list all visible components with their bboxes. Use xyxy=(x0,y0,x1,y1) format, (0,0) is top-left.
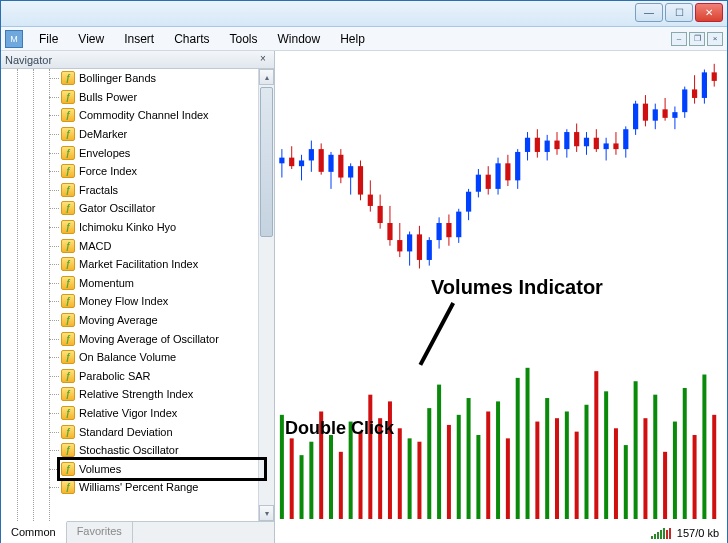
scroll-thumb[interactable] xyxy=(260,87,273,237)
navigator-close-button[interactable]: × xyxy=(256,53,270,67)
svg-rect-61 xyxy=(574,132,579,146)
indicator-item-relative-vigor-index[interactable]: ƒRelative Vigor Index xyxy=(1,404,258,423)
menu-tools[interactable]: Tools xyxy=(220,29,268,49)
indicator-icon: ƒ xyxy=(61,406,75,420)
indicator-item-williams-percent-range[interactable]: ƒWilliams' Percent Range xyxy=(1,478,258,497)
svg-rect-27 xyxy=(407,234,412,251)
indicator-icon: ƒ xyxy=(61,294,75,308)
indicator-item-parabolic-sar[interactable]: ƒParabolic SAR xyxy=(1,367,258,386)
navigator-tree: ƒBollinger BandsƒBulls PowerƒCommodity C… xyxy=(1,69,274,521)
menu-help[interactable]: Help xyxy=(330,29,375,49)
svg-rect-112 xyxy=(496,401,500,519)
app-icon: M xyxy=(5,30,23,48)
indicator-label: Commodity Channel Index xyxy=(79,109,209,121)
indicator-item-market-facilitation-index[interactable]: ƒMarket Facilitation Index xyxy=(1,255,258,274)
indicator-icon: ƒ xyxy=(61,71,75,85)
svg-rect-11 xyxy=(328,155,333,172)
menu-charts[interactable]: Charts xyxy=(164,29,219,49)
indicator-item-bulls-power[interactable]: ƒBulls Power xyxy=(1,88,258,107)
svg-rect-126 xyxy=(634,381,638,519)
svg-rect-123 xyxy=(604,391,608,519)
svg-rect-120 xyxy=(575,432,579,519)
mdi-controls: – ❐ × xyxy=(671,32,723,46)
svg-rect-115 xyxy=(526,368,530,519)
maximize-button[interactable]: ☐ xyxy=(665,3,693,22)
navigator-scrollbar[interactable]: ▴ ▾ xyxy=(258,69,274,521)
svg-rect-107 xyxy=(447,425,451,519)
indicator-item-envelopes[interactable]: ƒEnvelopes xyxy=(1,143,258,162)
navigator-title: Navigator xyxy=(5,54,52,66)
svg-rect-17 xyxy=(358,166,363,194)
svg-rect-117 xyxy=(545,398,549,519)
svg-rect-25 xyxy=(397,240,402,251)
indicator-item-moving-average-of-oscillator[interactable]: ƒMoving Average of Oscillator xyxy=(1,329,258,348)
svg-rect-9 xyxy=(319,149,324,172)
indicator-item-ichimoku-kinko-hyo[interactable]: ƒIchimoku Kinko Hyo xyxy=(1,218,258,237)
menu-window[interactable]: Window xyxy=(268,29,331,49)
svg-rect-87 xyxy=(702,72,707,98)
indicator-icon: ƒ xyxy=(61,201,75,215)
indicator-label: Volumes xyxy=(79,463,121,475)
navigator-tabs: Common Favorites xyxy=(1,521,274,543)
minimize-button[interactable]: — xyxy=(635,3,663,22)
indicator-item-demarker[interactable]: ƒDeMarker xyxy=(1,125,258,144)
svg-rect-98 xyxy=(358,432,362,519)
indicator-label: Standard Deviation xyxy=(79,426,173,438)
indicator-item-relative-strength-index[interactable]: ƒRelative Strength Index xyxy=(1,385,258,404)
indicator-label: Relative Strength Index xyxy=(79,388,193,400)
indicator-item-force-index[interactable]: ƒForce Index xyxy=(1,162,258,181)
indicator-label: Bulls Power xyxy=(79,91,137,103)
scroll-down-button[interactable]: ▾ xyxy=(259,505,274,521)
indicator-item-money-flow-index[interactable]: ƒMoney Flow Index xyxy=(1,292,258,311)
indicator-item-fractals[interactable]: ƒFractals xyxy=(1,181,258,200)
svg-rect-33 xyxy=(436,223,441,240)
titlebar[interactable]: — ☐ ✕ xyxy=(1,1,727,27)
svg-rect-116 xyxy=(535,422,539,519)
menu-file[interactable]: File xyxy=(29,29,68,49)
indicator-item-commodity-channel-index[interactable]: ƒCommodity Channel Index xyxy=(1,106,258,125)
svg-rect-101 xyxy=(388,401,392,519)
indicator-item-standard-deviation[interactable]: ƒStandard Deviation xyxy=(1,422,258,441)
svg-rect-106 xyxy=(437,385,441,519)
tab-favorites[interactable]: Favorites xyxy=(67,522,133,543)
mdi-restore-button[interactable]: ❐ xyxy=(689,32,705,46)
menu-insert[interactable]: Insert xyxy=(114,29,164,49)
close-button[interactable]: ✕ xyxy=(695,3,723,22)
svg-rect-92 xyxy=(300,455,304,519)
svg-rect-19 xyxy=(368,195,373,206)
svg-rect-1 xyxy=(279,158,284,164)
navigator-header[interactable]: Navigator × xyxy=(1,51,274,69)
indicator-item-stochastic-oscillator[interactable]: ƒStochastic Oscillator xyxy=(1,441,258,460)
svg-rect-97 xyxy=(349,422,353,519)
svg-rect-96 xyxy=(339,452,343,519)
svg-rect-111 xyxy=(486,411,490,519)
indicator-item-bollinger-bands[interactable]: ƒBollinger Bands xyxy=(1,69,258,88)
mdi-minimize-button[interactable]: – xyxy=(671,32,687,46)
indicator-item-moving-average[interactable]: ƒMoving Average xyxy=(1,311,258,330)
indicator-item-volumes[interactable]: ƒVolumes xyxy=(1,459,258,478)
svg-rect-132 xyxy=(693,435,697,519)
svg-rect-65 xyxy=(594,138,599,149)
menu-view[interactable]: View xyxy=(68,29,114,49)
svg-rect-108 xyxy=(457,415,461,519)
svg-rect-71 xyxy=(623,129,628,149)
tab-common[interactable]: Common xyxy=(1,521,67,543)
svg-rect-134 xyxy=(712,415,716,519)
indicator-item-momentum[interactable]: ƒMomentum xyxy=(1,274,258,293)
svg-rect-99 xyxy=(368,395,372,519)
indicator-item-gator-oscillator[interactable]: ƒGator Oscillator xyxy=(1,199,258,218)
indicator-label: Moving Average xyxy=(79,314,158,326)
chart-area[interactable]: Volumes Indicator Double Click 157/0 kb xyxy=(275,51,727,543)
scroll-up-button[interactable]: ▴ xyxy=(259,69,274,85)
svg-rect-31 xyxy=(427,240,432,260)
mdi-close-button[interactable]: × xyxy=(707,32,723,46)
svg-rect-69 xyxy=(613,143,618,149)
indicator-item-macd[interactable]: ƒMACD xyxy=(1,236,258,255)
candlestick-chart[interactable] xyxy=(275,51,727,543)
indicator-item-on-balance-volume[interactable]: ƒOn Balance Volume xyxy=(1,348,258,367)
svg-rect-94 xyxy=(319,411,323,519)
svg-rect-93 xyxy=(309,442,313,519)
svg-rect-47 xyxy=(505,163,510,180)
indicator-icon: ƒ xyxy=(61,462,75,476)
svg-rect-23 xyxy=(387,223,392,240)
